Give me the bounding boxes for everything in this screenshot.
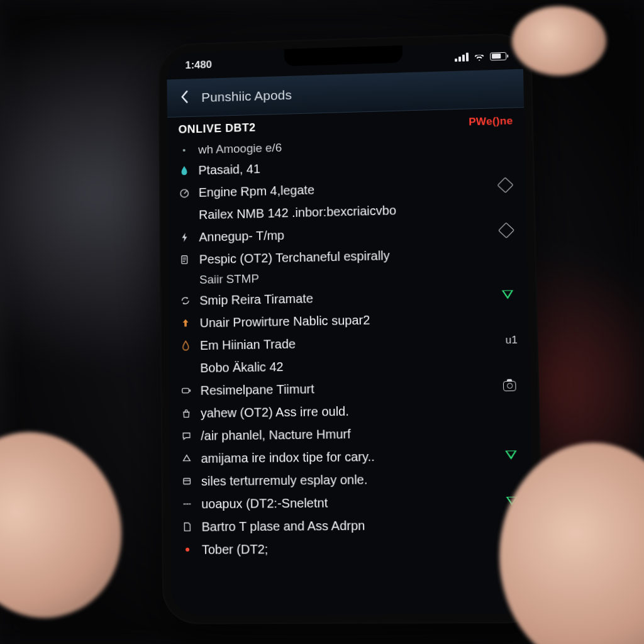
row-label: Ptasaid, 41	[198, 155, 514, 177]
row-icon	[180, 497, 194, 511]
list-item[interactable]: siles terturremuly esplay onle.	[170, 467, 532, 493]
list-item[interactable]: amijama ire indox tipe for cary..	[170, 443, 532, 470]
row-label: Bartro T plase and Ass Adrpn	[201, 517, 521, 534]
svg-rect-2	[182, 389, 189, 393]
row-label: Tober (DT2;	[202, 540, 522, 557]
row-label: Resimelpane Tiimurt	[201, 379, 493, 398]
row-label: Pespic (OT2) Terchaneful espirally	[199, 245, 516, 266]
svg-rect-4	[184, 479, 191, 484]
notch	[284, 45, 402, 66]
row-icon	[180, 519, 194, 533]
row-label: Bobo Äkalic 42	[200, 356, 518, 375]
row-icon	[178, 208, 192, 222]
svg-rect-3	[189, 389, 191, 392]
row-icon	[177, 186, 191, 200]
finger-top	[512, 6, 606, 75]
row-label: Annegup- T/mp	[199, 223, 490, 244]
row-label: uoapux (DT2:-Sneletnt	[201, 494, 496, 511]
row-icon	[179, 338, 192, 352]
list-item[interactable]: Bartro T plase and Ass Adrpn	[170, 513, 533, 538]
row-label: Railex NMB 142 .inbor:bexcriaicvbo	[199, 200, 515, 221]
row-label: amijama ire indox tipe for cary..	[201, 448, 495, 465]
chevron-left-icon	[180, 90, 189, 104]
status-icons	[455, 52, 507, 62]
wifi-icon	[474, 52, 485, 61]
row-icon	[180, 474, 194, 488]
parameter-list[interactable]: wh Amoogie e/6 Ptasaid, 41 Engine Rpm 4,…	[167, 132, 535, 615]
row-icon	[179, 406, 193, 420]
row-icon	[179, 384, 193, 397]
row-icon	[179, 273, 192, 287]
row-label: Em Hiinian Trade	[200, 333, 498, 353]
row-icon	[178, 253, 192, 267]
battery-icon	[490, 52, 506, 60]
trail-text: u1	[505, 331, 518, 350]
row-icon	[177, 164, 191, 177]
screen: 1:480 Punshiic Apods ONLIVE DBT2 PWe()ne…	[167, 42, 535, 615]
section-status-tag: PWe()ne	[469, 114, 513, 128]
row-icon	[180, 452, 194, 465]
row-icon	[180, 429, 194, 443]
row-icon	[178, 230, 192, 244]
row-label: Unair Prowirture Nablic supar2	[200, 310, 518, 330]
row-label: Engine Rpm 4,legate	[199, 178, 489, 199]
diamond-marker-icon	[496, 176, 514, 194]
row-label: yahew (OT2) Ass irre ould.	[201, 402, 519, 421]
row-label: siles terturremuly esplay onle.	[201, 470, 521, 488]
row-icon	[179, 316, 192, 330]
row-label: /air phanlel, Nacture Hmurf	[201, 425, 519, 443]
triangle-down-icon	[502, 446, 520, 464]
row-icon	[179, 361, 193, 375]
nav-title: Punshiic Apods	[201, 87, 292, 105]
triangle-down-icon	[499, 286, 517, 304]
list-item[interactable]: Tober (DT2;	[170, 536, 534, 561]
phone-frame: 1:480 Punshiic Apods ONLIVE DBT2 PWe()ne…	[158, 33, 544, 624]
camera-icon	[501, 377, 519, 396]
back-button[interactable]	[175, 87, 193, 108]
list-item[interactable]: uoapux (DT2:-Sneletnt	[170, 489, 533, 515]
diamond-marker-icon	[497, 221, 516, 240]
row-icon	[179, 294, 192, 308]
row-icon	[180, 543, 194, 557]
row-icon	[177, 143, 191, 157]
status-time: 1:480	[185, 58, 212, 72]
section-title: ONLIVE DBT2	[179, 121, 256, 136]
cellular-icon	[455, 53, 469, 62]
row-label: Smip Reira Tiramate	[199, 288, 491, 308]
